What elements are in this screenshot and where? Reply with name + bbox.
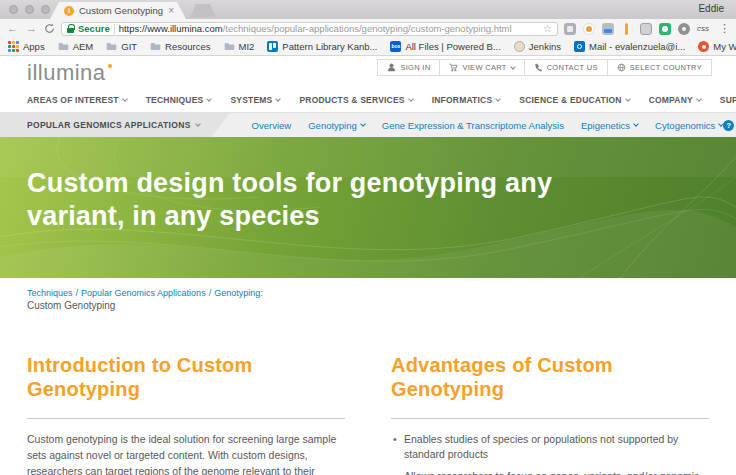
intro-section: Introduction to Custom Genotyping Custom…	[27, 353, 345, 475]
tab-favicon-icon: i	[64, 6, 74, 16]
nav-areas-of-interest[interactable]: AREAS OF INTEREST	[27, 95, 127, 105]
chevron-down-icon	[633, 121, 639, 127]
window-zoom-button[interactable]	[41, 5, 50, 14]
nav-support[interactable]: SUPPORT	[720, 95, 736, 105]
bookmark-folder-aem[interactable]: AEM	[58, 41, 94, 52]
subnav-overview[interactable]: Overview	[252, 120, 292, 131]
extension-icon-1[interactable]	[564, 23, 576, 35]
chrome-menu-icon[interactable]: ⋮	[719, 22, 730, 35]
chevron-down-icon	[408, 96, 414, 102]
select-country-button[interactable]: SELECT COUNTRY	[607, 60, 711, 75]
view-cart-button[interactable]: VIEW CART	[439, 60, 523, 75]
bookmark-label: Mail - evalenzuela@i...	[589, 41, 685, 52]
nav-label: SCIENCE & EDUCATION	[519, 95, 621, 105]
subnav-label: Genotyping	[308, 120, 357, 131]
bookmark-folder-mi2[interactable]: MI2	[224, 41, 255, 52]
chevron-down-icon	[360, 121, 366, 127]
bookmark-mail[interactable]: Mail - evalenzuela@i...	[574, 41, 685, 52]
reload-icon[interactable]	[44, 23, 55, 34]
extension-icon-2[interactable]	[583, 23, 595, 35]
secure-padlock-icon[interactable]	[67, 24, 74, 33]
window-minimize-button[interactable]	[25, 5, 34, 14]
advantages-heading: Advantages of Custom Genotyping	[391, 353, 641, 401]
bookmark-label: MI2	[239, 41, 255, 52]
section-tab-popular-genomics[interactable]: POPULAR GENOMICS APPLICATIONS	[0, 113, 230, 137]
bookmark-label: AEM	[73, 41, 94, 52]
subnav-cytogenomics[interactable]: Cytogenomics	[655, 120, 723, 131]
bookmark-label: My Work - Workfront	[713, 41, 736, 52]
bookmark-apps[interactable]: Apps	[8, 41, 45, 52]
workfront-icon	[698, 41, 709, 52]
extension-icon-3[interactable]	[602, 23, 614, 35]
css-extension-icon[interactable]: css	[697, 24, 709, 33]
breadcrumb-link-popular-genomics[interactable]: Popular Genomics Applications	[81, 288, 206, 298]
content-columns: Introduction to Custom Genotyping Custom…	[0, 353, 736, 475]
window-close-button[interactable]	[9, 5, 18, 14]
subnav-gene-expression[interactable]: Gene Expression & Transcriptome Analysis	[382, 120, 564, 131]
bookmark-folder-git[interactable]: GIT	[106, 41, 137, 52]
secure-label: Secure	[78, 23, 110, 34]
extension-icon-6[interactable]	[659, 23, 671, 35]
contact-us-button[interactable]: CONTACT US	[524, 60, 607, 75]
bookmark-workfront[interactable]: My Work - Workfront	[698, 41, 736, 52]
omnibox-divider	[114, 24, 115, 34]
breadcrumb-link-techniques[interactable]: Techniques	[27, 288, 73, 298]
bookmarks-bar: Apps AEM GIT Resources MI2 Pattern Libra…	[0, 38, 736, 56]
back-icon[interactable]: ←	[6, 23, 19, 34]
subnav-links: Overview Genotyping Gene Expression & Tr…	[230, 113, 724, 137]
chevron-down-icon	[510, 64, 516, 70]
tab-close-icon[interactable]: ×	[168, 6, 174, 16]
questions-button[interactable]: ? QUESTIONS	[723, 113, 736, 137]
nav-company[interactable]: COMPANY	[649, 95, 701, 105]
breadcrumb-separator: /	[209, 288, 212, 298]
sign-in-button[interactable]: SIGN IN	[378, 60, 439, 75]
advantages-bullet: Enables studies of species or population…	[391, 432, 709, 462]
forward-icon[interactable]: →	[25, 23, 38, 34]
main-nav: AREAS OF INTEREST TECHNIQUES SYSTEMS PRO…	[0, 88, 736, 112]
chevron-down-icon	[625, 96, 631, 102]
extension-icon-5[interactable]	[640, 23, 652, 35]
chevron-down-icon	[276, 96, 282, 102]
nav-systems[interactable]: SYSTEMS	[230, 95, 280, 105]
nav-informatics[interactable]: INFORMATICS	[432, 95, 501, 105]
subnav-label: Cytogenomics	[655, 120, 715, 131]
chrome-profile-name[interactable]: Eddie	[698, 3, 724, 14]
section-divider	[27, 418, 345, 419]
nav-techniques[interactable]: TECHNIQUES	[146, 95, 212, 105]
bookmark-star-icon[interactable]: ☆	[543, 23, 552, 34]
outlook-icon	[574, 41, 585, 52]
intro-heading: Introduction to Custom Genotyping	[27, 353, 277, 401]
subnav-label: Epigenetics	[581, 120, 630, 131]
chevron-down-icon	[207, 96, 213, 102]
tab-strip: i Custom Genotyping | Custom × Eddie	[0, 0, 736, 19]
subnav-genotyping[interactable]: Genotyping	[308, 120, 365, 131]
bookmark-label: All Files | Powered B...	[405, 41, 500, 52]
question-circle-icon: ?	[723, 120, 734, 131]
utility-label: VIEW CART	[462, 63, 506, 72]
bookmark-label: Pattern Library Kanb...	[282, 41, 377, 52]
bookmark-label: Apps	[23, 41, 45, 52]
bookmark-all-files[interactable]: All Files | Powered B...	[390, 41, 500, 52]
nav-label: AREAS OF INTEREST	[27, 95, 119, 105]
site-header: illumina SIGN IN VIEW CART CONTACT US SE…	[0, 56, 736, 88]
new-tab-button[interactable]	[190, 4, 216, 17]
intro-body: Custom genotyping is the ideal solution …	[27, 432, 345, 475]
bookmark-folder-resources[interactable]: Resources	[150, 41, 210, 52]
breadcrumb-link-genotyping[interactable]: Genotyping:	[214, 288, 263, 298]
browser-tab[interactable]: i Custom Genotyping | Custom ×	[50, 2, 186, 19]
extension-icon-7[interactable]	[678, 23, 690, 35]
bookmark-jenkins[interactable]: Jenkins	[514, 41, 561, 52]
illumina-logo[interactable]: illumina	[27, 56, 106, 90]
bookmark-label: GIT	[121, 41, 137, 52]
person-icon	[387, 63, 396, 72]
extension-icon-4[interactable]	[621, 23, 633, 35]
bookmark-pattern-library[interactable]: Pattern Library Kanb...	[267, 41, 377, 52]
nav-science-education[interactable]: SCIENCE & EDUCATION	[519, 95, 629, 105]
address-bar[interactable]: Secure https://www.illumina.com/techniqu…	[61, 22, 558, 36]
nav-products-services[interactable]: PRODUCTS & SERVICES	[299, 95, 412, 105]
box-icon	[390, 41, 401, 52]
chevron-down-icon	[122, 96, 128, 102]
subnav-epigenetics[interactable]: Epigenetics	[581, 120, 638, 131]
utility-label: SELECT COUNTRY	[630, 63, 702, 72]
chevron-down-icon	[696, 96, 702, 102]
